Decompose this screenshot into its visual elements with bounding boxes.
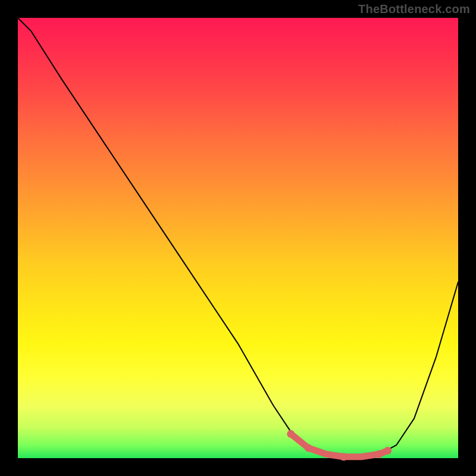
optimal-range-dot (340, 453, 347, 461)
optimal-range-dot (375, 450, 383, 458)
gradient-plot-area (18, 18, 458, 458)
chart-frame: TheBottleneck.com (0, 0, 476, 476)
optimal-range-dot (384, 447, 392, 455)
optimal-range-segment (291, 434, 388, 457)
optimal-range-dot (305, 444, 312, 452)
watermark-text: TheBottleneck.com (358, 2, 470, 16)
bottleneck-curve (18, 18, 458, 458)
optimal-range-dot (287, 430, 295, 438)
curve-layer (18, 18, 458, 458)
